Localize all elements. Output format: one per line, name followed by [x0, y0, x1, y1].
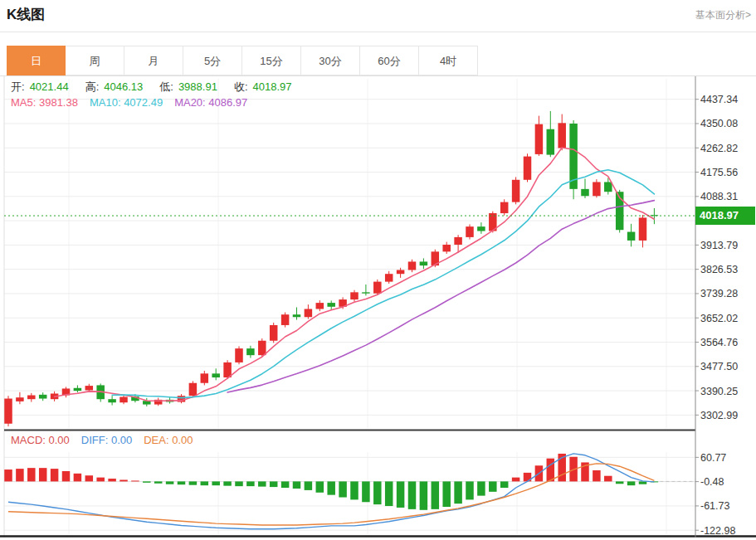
interval-tab-7[interactable]: 4时: [419, 46, 478, 75]
y-axis-label: 4437.34: [700, 94, 738, 105]
legend-item: 低:3988.91: [159, 80, 222, 93]
interval-tab-0[interactable]: 日: [7, 46, 66, 75]
y-axis-label: 4262.82: [700, 143, 738, 154]
interval-tab-3[interactable]: 5分: [183, 46, 242, 75]
y-axis-label: 3390.25: [700, 386, 738, 397]
ma5-line: [55, 148, 655, 401]
legend-item: DEA: 0.00: [144, 434, 193, 446]
kline-page: K线图 基本面分析> 日周月5分15分30分60分4时 4437.344350.…: [0, 0, 756, 540]
macd-legend: MACD: 0.00DIFF: 0.00DEA: 0.00: [11, 434, 205, 446]
y-axis-label: 3826.53: [700, 264, 738, 275]
ma20-line: [227, 201, 654, 392]
y-axis-label: 4088.31: [700, 191, 738, 202]
y-axis-label: 3652.02: [700, 313, 738, 324]
page-header: K线图 基本面分析>: [0, 0, 756, 32]
diff-line: [8, 454, 654, 529]
interval-tab-6[interactable]: 60分: [360, 46, 419, 75]
interval-tabbar: 日周月5分15分30分60分4时: [0, 46, 756, 76]
interval-tab-4[interactable]: 15分: [242, 46, 301, 75]
y-axis-label: 3477.50: [700, 361, 738, 372]
legend-item: MA10: 4072.49: [90, 96, 163, 109]
macd-axis-label: -61.73: [700, 500, 729, 512]
interval-tab-1[interactable]: 周: [66, 46, 124, 75]
ma-legend: MA5: 3981.38MA10: 4072.49MA20: 4086.97: [11, 96, 259, 109]
macd-axis-label: -0.48: [700, 476, 724, 488]
legend-item: 开:4021.44: [11, 80, 74, 93]
macd-axis-label: 60.77: [700, 452, 726, 464]
legend-item: 收:4018.97: [234, 80, 297, 93]
legend-item: DIFF: 0.00: [81, 434, 132, 446]
interval-tab-2[interactable]: 月: [124, 46, 183, 75]
ohlc-legend: 开:4021.44高:4046.13低:3988.91收:4018.97: [11, 80, 309, 95]
y-axis-label: 3913.79: [700, 240, 738, 251]
legend-item: MACD: 0.00: [11, 434, 70, 446]
y-axis-label: 4175.56: [700, 167, 738, 178]
y-axis-label: 4350.08: [700, 118, 738, 129]
legend-item: MA5: 3981.38: [11, 96, 78, 109]
legend-item: MA20: 4086.97: [174, 96, 247, 109]
y-axis-label: 3739.28: [700, 288, 738, 299]
legend-item: 高:4046.13: [85, 80, 149, 93]
y-axis-label: 3302.99: [700, 410, 738, 421]
fundamental-analysis-link[interactable]: 基本面分析>: [695, 0, 751, 30]
interval-tab-5[interactable]: 30分: [301, 46, 360, 75]
page-title: K线图: [0, 0, 756, 30]
y-axis-label: 3564.76: [700, 337, 738, 348]
macd-axis-label: -122.98: [700, 525, 735, 537]
dea-line: [8, 464, 654, 525]
ma10-line: [112, 170, 654, 398]
current-price-value: 4018.97: [700, 209, 739, 221]
current-price-tag: 4018.97: [695, 207, 755, 225]
